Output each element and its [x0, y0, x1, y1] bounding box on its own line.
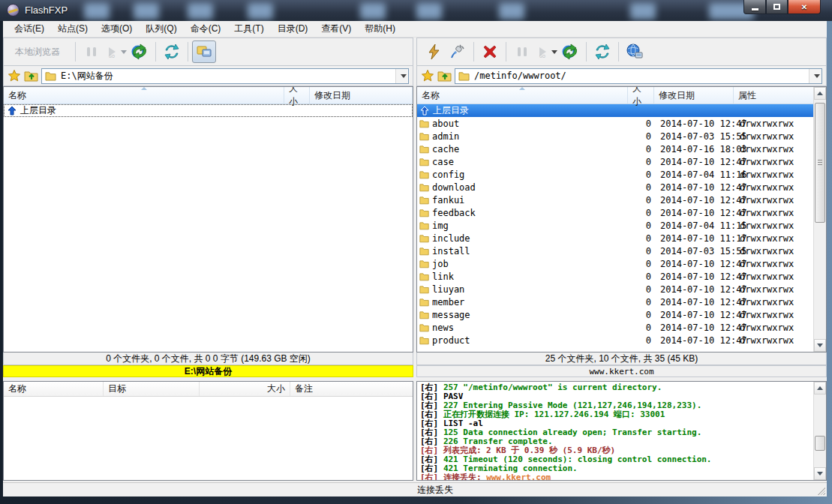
transfer-queue-button[interactable]	[128, 40, 152, 63]
log-host-link[interactable]: www.kkert.com	[486, 472, 551, 480]
menu-item-view[interactable]: 查看(V)	[314, 21, 358, 37]
local-updir-row[interactable]: 上层目录	[4, 104, 413, 117]
dropdown-arrow-icon[interactable]	[121, 50, 127, 54]
file-date: 2014-07-04 11:15	[654, 220, 734, 231]
log-output[interactable]: [右] 257 "/metinfo/wwwroot" is current di…	[417, 382, 813, 480]
column-header-attr[interactable]: 属性	[734, 87, 813, 104]
remote-path-combobox[interactable]	[455, 68, 822, 84]
file-date: 2014-07-10 12:47	[654, 182, 734, 193]
scroll-up-button[interactable]	[814, 382, 826, 394]
dropdown-arrow-icon	[814, 74, 820, 78]
column-header-size[interactable]: 大小	[284, 87, 310, 104]
remote-path-input[interactable]	[473, 70, 806, 82]
site-info-button[interactable]	[623, 40, 647, 63]
remote-file-row[interactable]: fankui 0 2014-07-10 12:47 drwxrwxrwx	[417, 194, 813, 206]
column-header-date[interactable]: 修改日期	[310, 87, 413, 104]
remote-file-row[interactable]: news 0 2014-07-10 12:47 drwxrwxrwx	[417, 321, 813, 334]
remote-path-dropdown-button[interactable]	[809, 69, 821, 83]
file-name: member	[432, 297, 464, 308]
local-path-combobox[interactable]	[41, 68, 409, 84]
file-size: 0	[628, 233, 654, 244]
refresh-button[interactable]	[590, 40, 614, 63]
scrollbar-thumb[interactable]	[815, 103, 825, 223]
connect-button[interactable]	[422, 40, 446, 63]
menu-item-options[interactable]: 选项(O)	[95, 21, 139, 37]
remote-file-row[interactable]: include 0 2014-07-10 11:17 drwxrwxrwx	[417, 232, 813, 244]
remote-file-row[interactable]: member 0 2014-07-10 12:47 drwxrwxrwx	[417, 296, 813, 308]
menu-item-commands[interactable]: 命令(C)	[184, 21, 228, 37]
menu-item-directory[interactable]: 目录(D)	[271, 21, 315, 37]
folder-up-icon[interactable]	[24, 69, 38, 82]
scroll-down-button[interactable]	[814, 467, 826, 480]
queue-column-size[interactable]: 大小	[200, 382, 290, 396]
local-browser-selector[interactable]: 本地浏览器	[8, 42, 71, 62]
aero-blur-decoration	[84, 3, 110, 20]
menu-item-tools[interactable]: 工具(T)	[227, 21, 270, 37]
column-header-size[interactable]: 大小	[628, 87, 654, 104]
resume-icon: GO	[105, 45, 119, 58]
resume-icon: GO	[536, 45, 549, 58]
remote-list-scrollbar[interactable]	[813, 87, 826, 352]
remote-file-row[interactable]: message 0 2014-07-10 12:47 drwxrwxrwx	[417, 308, 813, 321]
minimize-button[interactable]	[743, 0, 766, 14]
remote-file-row[interactable]: case 0 2014-07-10 12:47 drwxrwxrwx	[417, 155, 813, 168]
dropdown-arrow-icon[interactable]	[551, 50, 557, 54]
resize-grip[interactable]	[815, 485, 825, 495]
remote-file-row[interactable]: install 0 2014-07-03 15:55 drwxrwxrwx	[417, 244, 813, 257]
local-path-dropdown-button[interactable]	[395, 69, 408, 83]
remote-file-row[interactable]: feedback 0 2014-07-10 12:47 drwxrwxrwx	[417, 206, 813, 219]
disconnect-button[interactable]	[478, 40, 502, 63]
scrollbar-track[interactable]	[814, 394, 826, 467]
scrollbar-thumb[interactable]	[815, 436, 825, 451]
reconnect-button[interactable]	[446, 40, 470, 63]
remote-file-row[interactable]: about 0 2014-07-10 12:47 drwxrwxrwx	[417, 117, 813, 130]
remote-file-row[interactable]: config 0 2014-07-04 11:16 drwxrwxrwx	[417, 168, 813, 181]
remote-file-row[interactable]: product 0 2014-07-10 12:47 drwxrwxrwx	[417, 334, 813, 346]
remote-file-row[interactable]: img 0 2014-07-04 11:15 drwxrwxrwx	[417, 219, 813, 232]
start-queue-button[interactable]: GO	[104, 40, 128, 63]
scroll-down-button[interactable]	[814, 339, 826, 352]
remote-file-row[interactable]: job 0 2014-07-10 12:47 drwxrwxrwx	[417, 257, 813, 270]
flashfxp-app-icon	[7, 4, 20, 16]
remote-file-row[interactable]: liuyan 0 2014-07-10 12:47 drwxrwxrwx	[417, 283, 813, 296]
local-path-input[interactable]	[59, 70, 392, 82]
file-attr: drwxrwxrwx	[734, 220, 813, 231]
close-button[interactable]: ✕	[788, 0, 821, 14]
toolbar-separator	[506, 42, 506, 62]
file-attr: drwxrwxrwx	[734, 157, 813, 167]
remote-file-row[interactable]: cache 0 2014-07-16 18:03 drwxrwxrwx	[417, 142, 813, 155]
compare-folders-button[interactable]	[192, 40, 216, 63]
scrollbar-track[interactable]	[814, 100, 826, 339]
pause-queue-button[interactable]	[510, 40, 534, 63]
queue-column-target[interactable]: 目标	[104, 382, 200, 396]
menu-item-sites[interactable]: 站点(S)	[51, 21, 95, 37]
queue-column-note[interactable]: 备注	[290, 382, 413, 396]
scroll-up-button[interactable]	[814, 87, 826, 100]
refresh-button[interactable]	[160, 40, 184, 63]
log-scrollbar[interactable]	[813, 382, 826, 480]
remote-file-row[interactable]: admin 0 2014-07-03 15:55 drwxrwxrwx	[417, 130, 813, 142]
remote-file-row[interactable]: download 0 2014-07-10 12:47 drwxrwxrwx	[417, 181, 813, 194]
column-header-name[interactable]: 名称	[4, 87, 284, 104]
menu-item-help[interactable]: 帮助(H)	[358, 21, 402, 37]
start-queue-button[interactable]: GO	[534, 40, 558, 63]
menu-item-session[interactable]: 会话(E)	[8, 21, 51, 37]
column-header-name[interactable]: 名称	[417, 87, 628, 104]
column-header-date[interactable]: 修改日期	[654, 87, 734, 104]
menu-item-queue[interactable]: 队列(Q)	[139, 21, 183, 37]
folder-icon	[419, 259, 429, 268]
maximize-button[interactable]	[766, 0, 788, 14]
file-name: product	[432, 335, 470, 346]
pause-queue-button[interactable]	[80, 40, 104, 63]
remote-rows: 上层目录 about 0 2014-07-10 12:47 drwxrwxrwx…	[417, 104, 813, 352]
refresh-icon	[593, 43, 611, 61]
folder-icon	[458, 70, 470, 81]
folder-up-icon[interactable]	[437, 69, 452, 82]
favorites-star-icon[interactable]	[8, 69, 21, 82]
transfer-queue-button[interactable]	[558, 40, 582, 63]
favorites-star-icon[interactable]	[421, 69, 434, 82]
queue-column-name[interactable]: 名称	[4, 382, 104, 396]
remote-updir-row[interactable]: 上层目录	[417, 104, 813, 117]
folder-icon	[45, 70, 56, 81]
remote-file-row[interactable]: link 0 2014-07-10 12:47 drwxrwxrwx	[417, 270, 813, 283]
